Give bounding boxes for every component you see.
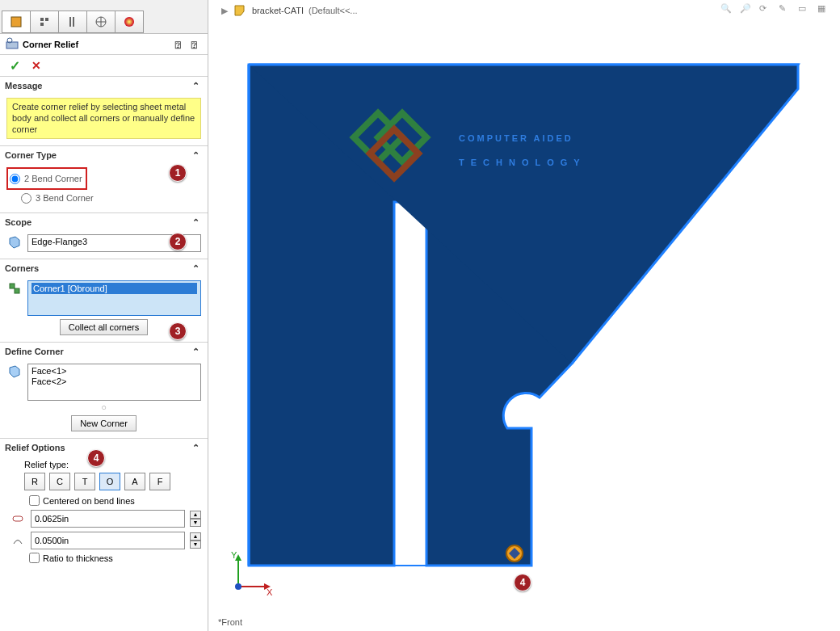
svg-point-22 — [235, 583, 242, 590]
panel-tab-bar — [0, 0, 208, 34]
faces-list[interactable]: Face<1> Face<2> — [27, 364, 201, 401]
tab-config-icon[interactable] — [58, 11, 87, 33]
pan-icon[interactable]: 🔎 — [740, 3, 754, 18]
tab-feature-icon[interactable] — [2, 11, 31, 33]
caret-icon: ⌃ — [192, 150, 200, 161]
tab-appearance-icon[interactable] — [115, 11, 144, 33]
body-icon — [6, 234, 23, 250]
logo-line2: TECHNOLOGY — [459, 158, 586, 167]
svg-rect-14 — [13, 516, 23, 521]
graphics-viewport[interactable]: ▶ bracket-CATI (Default<<... 🔍 🔎 ⟳ ✎ ▭ ▦… — [208, 0, 840, 631]
caret-icon: ⌃ — [192, 443, 200, 453]
logo-line1: COMPUTER AIDED — [459, 133, 573, 143]
svg-point-9 — [124, 17, 134, 27]
breadcrumb-config: (Default<<... — [309, 6, 358, 15]
corners-list[interactable]: Corner1 [Obround] — [27, 280, 201, 316]
caret-icon: ⌃ — [192, 81, 200, 91]
feature-title: Corner Relief — [23, 40, 78, 49]
hide-icon[interactable]: ▦ — [817, 3, 832, 18]
breadcrumb[interactable]: ▶ bracket-CATI (Default<<... — [221, 3, 358, 18]
svg-rect-3 — [40, 23, 44, 26]
definecorner-title: Define Corner — [5, 347, 64, 356]
slot-width-input[interactable] — [31, 532, 185, 549]
svg-rect-10 — [6, 42, 18, 48]
radio-2bend[interactable] — [10, 174, 20, 184]
face-item[interactable]: Face<1> — [32, 366, 197, 376]
toggle-icon[interactable]: ⍰ — [187, 37, 201, 52]
message-title: Message — [5, 81, 42, 90]
corner-item[interactable]: Corner1 [Obround] — [32, 283, 197, 294]
message-text: Create corner relief by selecting sheet … — [6, 98, 201, 139]
view-triad[interactable]: Y X — [226, 550, 275, 599]
message-header[interactable]: Message ⌃ — [0, 77, 208, 95]
centered-bendlines-checkbox[interactable] — [29, 495, 40, 506]
feature-header: Corner Relief ⍰ ⍰ — [0, 34, 208, 55]
svg-rect-13 — [15, 288, 19, 293]
section-icon[interactable]: ✎ — [779, 3, 793, 18]
tab-tree-icon[interactable] — [30, 11, 59, 33]
spin-down[interactable]: ▼ — [190, 519, 201, 527]
corner-icon — [6, 280, 23, 297]
definecorner-header[interactable]: Define Corner ⌃ — [0, 343, 208, 360]
svg-rect-12 — [10, 284, 15, 288]
svg-rect-1 — [40, 18, 44, 21]
breadcrumb-arrow-icon: ▶ — [221, 6, 228, 16]
rotate-icon[interactable]: ⟳ — [759, 3, 774, 18]
relief-full-icon[interactable]: F — [149, 473, 170, 490]
tab-display-icon[interactable] — [86, 11, 116, 33]
cornertype-title: Corner Type — [5, 150, 57, 160]
caret-icon: ⌃ — [192, 263, 200, 274]
relief-circular-icon[interactable]: C — [49, 473, 70, 490]
relief-obround-icon[interactable]: O — [99, 473, 120, 490]
corners-header[interactable]: Corners ⌃ — [0, 259, 208, 277]
annotation-4b: 4 — [514, 574, 531, 591]
svg-rect-0 — [11, 17, 21, 27]
ratio-thickness-checkbox[interactable] — [29, 553, 40, 563]
relief-rectangular-icon[interactable]: R — [24, 473, 45, 490]
view-name: *Front — [218, 617, 242, 627]
radio-3bend[interactable] — [21, 193, 32, 204]
breadcrumb-doc: bracket-CATI — [252, 6, 304, 15]
scope-title: Scope — [5, 217, 32, 227]
caret-icon: ⌃ — [192, 217, 200, 228]
ok-button[interactable]: ✓ — [10, 58, 20, 74]
face-icon — [6, 364, 23, 380]
svg-text:X: X — [267, 587, 273, 597]
reliefoptions-title: Relief Options — [5, 443, 65, 452]
ratio-thickness-label: Ratio to thickness — [43, 553, 113, 563]
slot-length-icon — [10, 511, 26, 527]
spin-up[interactable]: ▲ — [190, 511, 201, 519]
caret-icon: ⌃ — [192, 347, 200, 357]
face-item[interactable]: Face<2> — [32, 376, 197, 386]
viewport-toolbar: 🔍 🔎 ⟳ ✎ ▭ ▦ — [720, 3, 832, 18]
collect-corners-button[interactable]: Collect all corners — [60, 319, 148, 335]
svg-text:Y: Y — [231, 550, 237, 560]
corner-callout-icon — [502, 541, 527, 566]
new-corner-button[interactable]: New Corner — [71, 415, 136, 431]
corners-title: Corners — [5, 263, 39, 273]
relief-tear-icon[interactable]: T — [74, 473, 95, 490]
spin-up[interactable]: ▲ — [190, 532, 201, 541]
radio-2bend-label: 2 Bend Corner — [24, 174, 82, 183]
svg-rect-5 — [73, 17, 74, 27]
slot-width-icon — [10, 532, 26, 549]
spin-down[interactable]: ▼ — [190, 541, 201, 549]
svg-rect-4 — [69, 17, 71, 27]
sheetmetal-model[interactable]: COMPUTER AIDED TECHNOLOGY — [233, 48, 814, 582]
relief-square-icon[interactable]: A — [124, 473, 145, 490]
scope-header[interactable]: Scope ⌃ — [0, 213, 208, 231]
cancel-button[interactable]: ✕ — [32, 59, 41, 72]
svg-rect-2 — [45, 18, 48, 21]
slot-length-input[interactable] — [31, 510, 185, 528]
help-icon[interactable]: ⍰ — [170, 37, 185, 52]
zoom-icon[interactable]: 🔍 — [720, 3, 735, 18]
cornertype-header[interactable]: Corner Type ⌃ — [0, 146, 208, 164]
radio-3bend-label: 3 Bend Corner — [36, 193, 94, 203]
centered-bendlines-label: Centered on bend lines — [43, 496, 135, 506]
display-icon[interactable]: ▭ — [798, 3, 813, 18]
